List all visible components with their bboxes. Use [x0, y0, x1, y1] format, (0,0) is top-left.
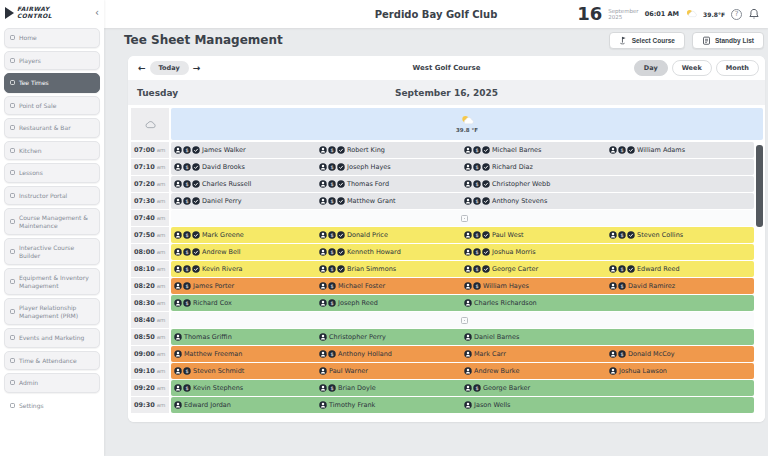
booking-george-carter[interactable]: $George Carter	[464, 265, 609, 273]
sidebar-item-events-and-marketing[interactable]: Events and Marketing	[4, 328, 100, 348]
booking-joseph-hayes[interactable]: $Joseph Hayes	[319, 163, 464, 171]
booking-richard-diaz[interactable]: $Richard Diaz	[464, 163, 609, 171]
booking-daniel-perry[interactable]: $Daniel Perry	[174, 197, 319, 205]
select-course-button[interactable]: Select Course	[609, 32, 685, 49]
player-icon	[464, 299, 472, 307]
sidebar-item-admin[interactable]: Admin	[4, 373, 100, 393]
sidebar-item-restaurant-bar[interactable]: Restaurant & Bar	[4, 118, 100, 138]
booking-matthew-grant[interactable]: $Matthew Grant	[319, 197, 464, 205]
time-label-cell: 08:20am	[131, 278, 169, 294]
tee-rows: 07:00am$James Walker$Robert King$Michael…	[131, 142, 765, 413]
player-name: Donald McCoy	[628, 350, 675, 358]
tee-slot-band[interactable]: $Richard Cox$Joseph ReedCharles Richards…	[171, 295, 754, 311]
booking-william-hayes[interactable]: $William Hayes	[464, 282, 609, 290]
instructor-portal-icon	[10, 193, 15, 198]
sidebar-item-kitchen[interactable]: Kitchen	[4, 141, 100, 161]
sidebar-item-settings[interactable]: Settings	[4, 396, 100, 416]
booking-timothy-frank[interactable]: Timothy Frank	[319, 401, 464, 409]
booking-david-ramirez[interactable]: $David Ramirez	[609, 282, 754, 290]
tee-slot-band[interactable]: Thomas GriffinChristopher PerryDaniel Ba…	[171, 329, 754, 345]
tee-slot-band[interactable]: $Steven SchmidtPaul WarnerAndrew BurkeJo…	[171, 363, 754, 379]
view-day-button[interactable]: Day	[634, 60, 668, 76]
booking-joseph-reed[interactable]: $Joseph Reed	[319, 299, 464, 307]
sidebar-item-interactive-course-builder[interactable]: Interactive Course Builder	[4, 238, 100, 265]
sidebar-item-point-of-sale[interactable]: Point of Sale	[4, 96, 100, 116]
sheet-scrollbar-thumb[interactable]	[756, 145, 763, 227]
booking-david-brooks[interactable]: $David Brooks	[174, 163, 319, 171]
booking-steven-schmidt[interactable]: $Steven Schmidt	[174, 367, 319, 375]
booking-joshua-lawson[interactable]: Joshua Lawson	[609, 367, 754, 375]
view-month-button[interactable]: Month	[716, 60, 759, 76]
sidebar-collapse-icon[interactable]: ‹	[95, 8, 99, 18]
sidebar-item-players[interactable]: Players	[4, 51, 100, 71]
booking-william-adams[interactable]: $William Adams	[609, 146, 754, 154]
booking-michael-barnes[interactable]: $Michael Barnes	[464, 146, 609, 154]
booking-thomas-griffin[interactable]: Thomas Griffin	[174, 333, 319, 341]
booking-anthony-holland[interactable]: $Anthony Holland	[319, 350, 464, 358]
booking-charles-russell[interactable]: $Charles Russell	[174, 180, 319, 188]
booking-christopher-webb[interactable]: $Christopher Webb	[464, 180, 609, 188]
sidebar-item-player-relationship-management-prm[interactable]: Player Relationship Management (PRM)	[4, 298, 100, 325]
booking-donald-price[interactable]: $Donald Price	[319, 231, 464, 239]
tee-slot-band[interactable]: $Mark Greene$Donald Price$Paul West$Stev…	[171, 227, 754, 243]
booking-paul-warner[interactable]: Paul Warner	[319, 367, 464, 375]
view-week-button[interactable]: Week	[672, 60, 712, 76]
sidebar-item-course-management-maintenance[interactable]: Course Management & Maintenance	[4, 208, 100, 235]
notifications-bell-icon[interactable]	[748, 8, 760, 20]
tee-slot-band[interactable]: Matthew Freeman$Anthony HollandMark Carr…	[171, 346, 754, 362]
booking-paul-west[interactable]: $Paul West	[464, 231, 609, 239]
booking-james-walker[interactable]: $James Walker	[174, 146, 319, 154]
booking-steven-collins[interactable]: $Steven Collins	[609, 231, 754, 239]
tee-slot-band[interactable]: $Kevin Rivera$Brian Simmons$George Carte…	[171, 261, 754, 277]
sidebar-item-time-attendance[interactable]: Time & Attendance	[4, 351, 100, 371]
booking-christopher-perry[interactable]: Christopher Perry	[319, 333, 464, 341]
booking-robert-king[interactable]: $Robert King	[319, 146, 464, 154]
players-icon	[10, 58, 15, 63]
tee-slot-band[interactable]: $James Porter$Michael Foster$William Hay…	[171, 278, 754, 294]
tee-slot-band[interactable]	[171, 210, 754, 226]
standby-list-button[interactable]: Standby List	[692, 32, 764, 49]
booking-matthew-freeman[interactable]: Matthew Freeman	[174, 350, 319, 358]
booking-thomas-ford[interactable]: $Thomas Ford	[319, 180, 464, 188]
booking-george-barker[interactable]: $George Barker	[464, 384, 609, 392]
tee-slot-band[interactable]: $Kevin Stephens$Brian Doyle$George Barke…	[171, 380, 754, 396]
booking-jason-wells[interactable]: Jason Wells	[464, 401, 609, 409]
add-booking-icon[interactable]	[461, 317, 468, 324]
help-icon[interactable]: ?	[731, 9, 742, 20]
booking-brian-simmons[interactable]: $Brian Simmons	[319, 265, 464, 273]
booking-donald-mccoy[interactable]: $Donald McCoy	[609, 350, 754, 358]
tee-slot-band[interactable]: $Daniel Perry$Matthew Grant$Anthony Stev…	[171, 193, 754, 209]
tee-slot-band[interactable]: $David Brooks$Joseph Hayes$Richard Diaz	[171, 159, 754, 175]
sidebar-item-tee-times[interactable]: Tee Times	[4, 73, 100, 93]
booking-james-porter[interactable]: $James Porter	[174, 282, 319, 290]
paid-icon: $	[473, 282, 481, 290]
sidebar-item-instructor-portal[interactable]: Instructor Portal	[4, 186, 100, 206]
booking-mark-carr[interactable]: Mark Carr	[464, 350, 609, 358]
booking-andrew-bell[interactable]: $Andrew Bell	[174, 248, 319, 256]
booking-daniel-barnes[interactable]: Daniel Barnes	[464, 333, 609, 341]
booking-richard-cox[interactable]: $Richard Cox	[174, 299, 319, 307]
booking-kevin-rivera[interactable]: $Kevin Rivera	[174, 265, 319, 273]
booking-anthony-stevens[interactable]: $Anthony Stevens	[464, 197, 609, 205]
sidebar-item-lessons[interactable]: Lessons	[4, 163, 100, 183]
booking-kevin-stephens[interactable]: $Kevin Stephens	[174, 384, 319, 392]
tee-slot-band[interactable]: $James Walker$Robert King$Michael Barnes…	[171, 142, 754, 158]
booking-michael-foster[interactable]: $Michael Foster	[319, 282, 464, 290]
booking-kenneth-howard[interactable]: $Kenneth Howard	[319, 248, 464, 256]
tee-slot-band[interactable]: Edward JordanTimothy FrankJason Wells	[171, 397, 754, 413]
booking-joshua-morris[interactable]: $Joshua Morris	[464, 248, 609, 256]
booking-edward-reed[interactable]: $Edward Reed	[609, 265, 754, 273]
booking-status-icons: $	[174, 146, 200, 154]
tee-slot-band[interactable]: $Andrew Bell$Kenneth Howard$Joshua Morri…	[171, 244, 754, 260]
add-booking-icon[interactable]	[461, 215, 468, 222]
sidebar-item-home[interactable]: Home	[4, 28, 100, 48]
booking-andrew-burke[interactable]: Andrew Burke	[464, 367, 609, 375]
booking-charles-richardson[interactable]: Charles Richardson	[464, 299, 609, 307]
booking-brian-doyle[interactable]: $Brian Doyle	[319, 384, 464, 392]
tee-slot-band[interactable]: $Charles Russell$Thomas Ford$Christopher…	[171, 176, 754, 192]
sidebar-item-equipment-inventory-management[interactable]: Equipment & Inventory Management	[4, 268, 100, 295]
booking-edward-jordan[interactable]: Edward Jordan	[174, 401, 319, 409]
tee-slot-band[interactable]	[171, 312, 754, 328]
player-icon	[319, 333, 327, 341]
booking-mark-greene[interactable]: $Mark Greene	[174, 231, 319, 239]
